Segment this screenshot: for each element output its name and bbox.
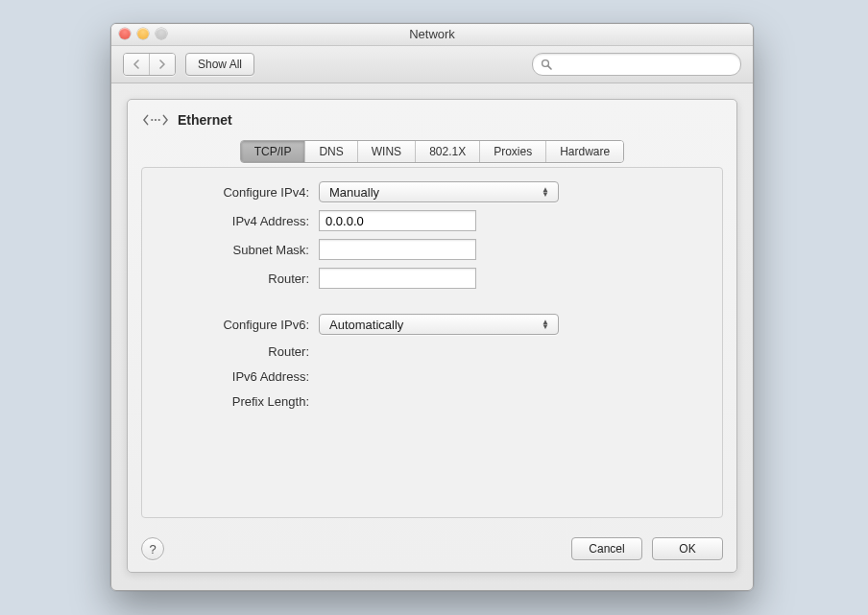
cancel-button[interactable]: Cancel (571, 537, 642, 560)
chevron-left-icon (133, 59, 140, 69)
nav-back-forward (123, 53, 176, 76)
svg-point-3 (155, 119, 157, 121)
window-title: Network (409, 27, 455, 41)
tab-tcpip[interactable]: TCP/IP (241, 141, 305, 162)
svg-point-2 (151, 119, 153, 121)
updown-arrows-icon: ▲▼ (539, 187, 552, 197)
minimize-window-button[interactable] (137, 28, 149, 39)
label-router-ipv6: Router: (156, 344, 309, 359)
search-field[interactable] (532, 53, 741, 76)
forward-button[interactable] (149, 54, 175, 75)
tab-hardware[interactable]: Hardware (545, 141, 623, 162)
window-controls (119, 28, 167, 39)
label-ipv6-address: IPv6 Address: (156, 369, 309, 384)
label-prefix-length: Prefix Length: (156, 394, 309, 409)
advanced-sheet: Ethernet TCP/IP DNS WINS 802.1X Proxies … (127, 99, 737, 573)
label-configure-ipv6: Configure IPv6: (156, 318, 309, 332)
svg-line-1 (548, 66, 551, 69)
prefix-length-value (319, 392, 565, 410)
configure-ipv6-value: Automatically (329, 318, 403, 332)
close-window-button[interactable] (119, 28, 131, 39)
configure-ipv4-popup[interactable]: Manually ▲▼ (319, 181, 559, 202)
zoom-window-button[interactable] (156, 28, 167, 39)
router-ipv4-input[interactable] (319, 268, 476, 289)
network-prefs-window: Network Show All (110, 23, 754, 591)
ipv4-address-input[interactable] (319, 210, 476, 231)
help-icon: ? (149, 542, 156, 556)
help-button[interactable]: ? (141, 537, 164, 560)
back-button[interactable] (124, 54, 149, 75)
ipv6-address-value (319, 367, 565, 385)
tab-8021x[interactable]: 802.1X (415, 141, 479, 162)
search-input[interactable] (557, 57, 733, 72)
tab-dns[interactable]: DNS (304, 141, 356, 162)
configure-ipv6-popup[interactable]: Automatically ▲▼ (319, 314, 559, 335)
window-titlebar: Network (111, 24, 753, 46)
updown-arrows-icon: ▲▼ (539, 319, 552, 329)
sheet-footer: ? Cancel OK (141, 537, 723, 560)
configure-ipv4-value: Manually (329, 185, 379, 200)
search-icon (541, 59, 552, 70)
show-all-button[interactable]: Show All (185, 53, 254, 76)
tcpip-form: Configure IPv4: Manually ▲▼ IPv4 Address… (156, 181, 709, 410)
toolbar: Show All (111, 46, 753, 83)
interface-title: Ethernet (178, 112, 232, 128)
sheet-header: Ethernet (128, 100, 736, 134)
chevron-right-icon (158, 59, 166, 69)
svg-point-4 (158, 119, 160, 121)
tabs-row: TCP/IP DNS WINS 802.1X Proxies Hardware (128, 140, 736, 163)
tab-wins[interactable]: WINS (357, 141, 415, 162)
label-ipv4-address: IPv4 Address: (156, 214, 309, 228)
show-all-label: Show All (198, 58, 242, 71)
label-subnet-mask: Subnet Mask: (156, 243, 309, 257)
ok-button[interactable]: OK (652, 537, 723, 560)
router-ipv6-value (319, 343, 565, 360)
tab-proxies[interactable]: Proxies (479, 141, 545, 162)
tab-bar: TCP/IP DNS WINS 802.1X Proxies Hardware (240, 140, 624, 163)
label-router-ipv4: Router: (156, 272, 309, 286)
subnet-mask-input[interactable] (319, 239, 476, 260)
ethernet-icon (143, 111, 168, 129)
label-configure-ipv4: Configure IPv4: (156, 185, 309, 200)
tcpip-panel: Configure IPv4: Manually ▲▼ IPv4 Address… (141, 167, 723, 518)
